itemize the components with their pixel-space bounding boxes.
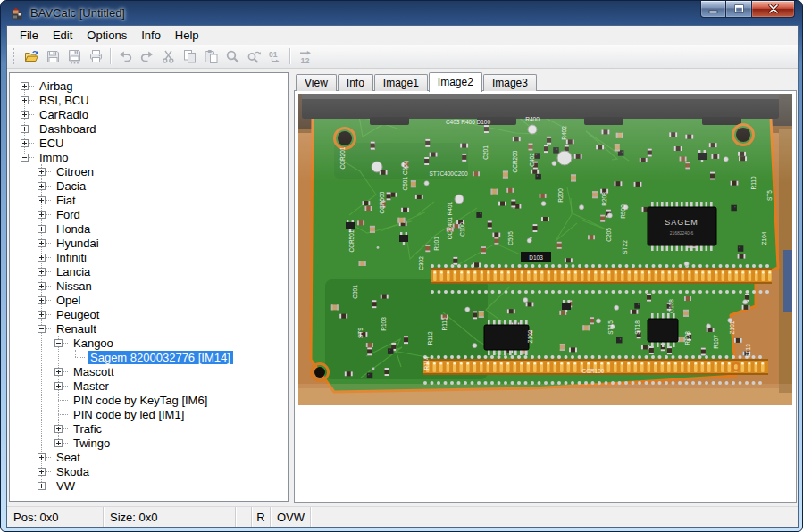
- expand-plus-icon[interactable]: [38, 311, 46, 319]
- tree-item-label[interactable]: Citroen: [54, 165, 96, 179]
- tree-item-seat[interactable]: Seat: [10, 450, 288, 464]
- tree-item-label[interactable]: Opel: [54, 294, 83, 307]
- expand-plus-icon[interactable]: [38, 468, 46, 476]
- menu-help[interactable]: Help: [168, 27, 206, 44]
- expand-plus-icon[interactable]: [54, 425, 63, 433]
- tree-item-label[interactable]: VW: [54, 479, 78, 493]
- tree-item-label[interactable]: Sagem 8200032776 [IM14]: [88, 351, 233, 364]
- expand-plus-icon[interactable]: [21, 139, 29, 147]
- tree-item-vw[interactable]: VW: [10, 478, 288, 493]
- tree-item-label[interactable]: CarRadio: [37, 108, 91, 121]
- tree-item-hyundai[interactable]: Hyundai: [10, 236, 288, 250]
- tree-item-label[interactable]: Hyundai: [54, 237, 102, 250]
- paste-button[interactable]: [200, 46, 222, 67]
- tree-item-skoda[interactable]: Skoda: [10, 464, 288, 478]
- cut-button[interactable]: [157, 46, 179, 67]
- tab-image3[interactable]: Image3: [483, 74, 537, 91]
- expand-plus-icon[interactable]: [54, 382, 63, 390]
- expand-plus-icon[interactable]: [38, 239, 46, 247]
- tree-item-carradio[interactable]: CarRadio: [10, 107, 288, 121]
- tree-item-trafic[interactable]: Trafic: [10, 421, 288, 436]
- tree-item-twingo[interactable]: Twingo: [10, 436, 288, 450]
- expand-plus-icon[interactable]: [54, 368, 63, 376]
- open-button[interactable]: [21, 46, 42, 67]
- collapse-minus-icon[interactable]: [21, 154, 29, 162]
- tree-item-master[interactable]: Master: [10, 378, 288, 393]
- title-bar[interactable]: BAVCalc [Untitled]: [1, 1, 802, 25]
- tree-item-citroen[interactable]: Citroen: [10, 164, 288, 179]
- print-button[interactable]: [85, 46, 106, 67]
- tree-item-label[interactable]: Fiat: [54, 194, 79, 207]
- expand-plus-icon[interactable]: [21, 125, 29, 133]
- expand-plus-icon[interactable]: [38, 254, 46, 262]
- minimize-button[interactable]: [700, 1, 726, 18]
- tree-item-bsi-bcu[interactable]: BSI, BCU: [10, 93, 288, 107]
- tree-item-mascott[interactable]: Mascott: [10, 364, 288, 378]
- tree-item-label[interactable]: Peugeot: [54, 308, 102, 321]
- close-button[interactable]: [751, 1, 795, 18]
- tree-item-renault[interactable]: Renault: [10, 321, 288, 336]
- tree-item-fiat[interactable]: Fiat: [10, 193, 288, 207]
- expand-plus-icon[interactable]: [54, 439, 63, 447]
- tree-item-label[interactable]: ECU: [37, 137, 66, 150]
- tree-item-ecu[interactable]: ECU: [10, 136, 288, 150]
- tree-item-ford[interactable]: Ford: [10, 207, 288, 221]
- expand-plus-icon[interactable]: [38, 453, 46, 461]
- tab-image1[interactable]: Image1: [374, 74, 428, 91]
- save-button[interactable]: [42, 46, 63, 67]
- expand-plus-icon[interactable]: [21, 82, 29, 90]
- expand-plus-icon[interactable]: [38, 211, 46, 219]
- tab-view[interactable]: View: [296, 74, 337, 91]
- redo-button[interactable]: [136, 46, 157, 67]
- undo-button[interactable]: [114, 46, 136, 67]
- tree-item-dacia[interactable]: Dacia: [10, 179, 288, 193]
- expand-plus-icon[interactable]: [38, 196, 46, 204]
- maximize-button[interactable]: [726, 1, 751, 18]
- expand-plus-icon[interactable]: [38, 268, 46, 276]
- tree-item-honda[interactable]: Honda: [10, 221, 288, 236]
- tree-item-label[interactable]: Dacia: [54, 179, 88, 193]
- expand-plus-icon[interactable]: [38, 282, 46, 290]
- expand-plus-icon[interactable]: [38, 225, 46, 233]
- hex-dec-button[interactable]: 01: [264, 46, 286, 67]
- tree-item-label[interactable]: Nissan: [54, 279, 95, 293]
- expand-plus-icon[interactable]: [38, 482, 46, 490]
- tree-item-label[interactable]: Renault: [54, 322, 99, 336]
- tree-item-label[interactable]: Lancia: [54, 265, 93, 278]
- tree-item-label[interactable]: Seat: [54, 451, 83, 464]
- expand-plus-icon[interactable]: [21, 96, 29, 104]
- zoom-custom-button[interactable]: [243, 46, 264, 67]
- tree-item-label[interactable]: PIN code by led [IM1]: [71, 408, 187, 421]
- tab-image2[interactable]: Image2: [429, 72, 482, 92]
- collapse-minus-icon[interactable]: [38, 325, 46, 333]
- tree-item-label[interactable]: Trafic: [71, 422, 105, 436]
- tree-item-dashboard[interactable]: Dashboard: [10, 121, 288, 136]
- zoom-button[interactable]: [222, 46, 243, 67]
- tree-item-label[interactable]: Honda: [54, 222, 93, 236]
- tree-item-label[interactable]: PIN code by KeyTag [IM6]: [71, 394, 210, 407]
- tree-item-immo[interactable]: Immo: [10, 150, 288, 164]
- tree-item-pin-code-by-keytag-im6-[interactable]: PIN code by KeyTag [IM6]: [10, 393, 288, 407]
- tree-item-label[interactable]: Twingo: [71, 436, 113, 450]
- expand-plus-icon[interactable]: [38, 296, 46, 304]
- tree-item-label[interactable]: Skoda: [54, 465, 92, 478]
- tree-item-label[interactable]: Master: [71, 379, 112, 393]
- tree-item-label[interactable]: Dashboard: [37, 122, 99, 136]
- tree-item-infiniti[interactable]: Infiniti: [10, 250, 288, 264]
- menu-info[interactable]: Info: [134, 27, 168, 44]
- goto-button[interactable]: 12: [294, 46, 315, 67]
- tree-item-peugeot[interactable]: Peugeot: [10, 307, 288, 321]
- menu-edit[interactable]: Edit: [46, 27, 79, 44]
- tree-item-label[interactable]: Airbag: [37, 79, 76, 93]
- tree-item-sagem-8200032776-im14-[interactable]: Sagem 8200032776 [IM14]: [10, 350, 288, 364]
- expand-plus-icon[interactable]: [38, 182, 46, 190]
- tree-item-label[interactable]: Infiniti: [54, 251, 89, 264]
- tree-item-label[interactable]: Ford: [54, 208, 83, 221]
- tree-item-kangoo[interactable]: Kangoo: [10, 336, 288, 350]
- tree-item-label[interactable]: BSI, BCU: [37, 94, 92, 107]
- menu-options[interactable]: Options: [79, 27, 134, 44]
- menu-file[interactable]: File: [13, 27, 46, 44]
- tree-item-pin-code-by-led-im1-[interactable]: PIN code by led [IM1]: [10, 407, 288, 421]
- tree-item-airbag[interactable]: Airbag: [10, 79, 288, 93]
- copy-button[interactable]: [179, 46, 200, 67]
